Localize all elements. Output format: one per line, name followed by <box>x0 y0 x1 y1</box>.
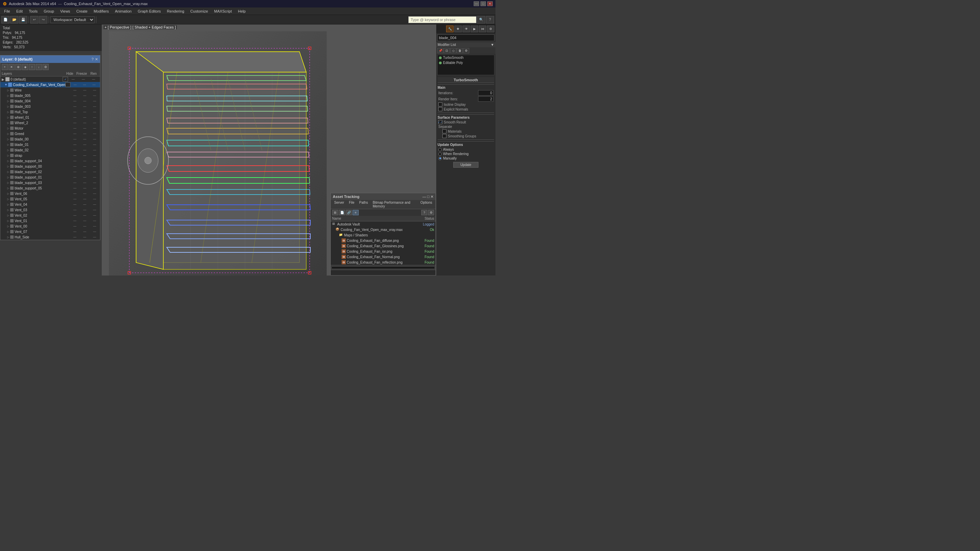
layer-item-hull-side[interactable]: ▷ Hull_Side — — — <box>0 234 100 240</box>
at-btn-3[interactable]: 🔗 <box>346 210 352 215</box>
menu-file[interactable]: File <box>2 8 13 14</box>
at-row-vault[interactable]: 🏛 Autodesk Vault Logged <box>331 221 436 227</box>
at-window-controls[interactable]: — □ ✕ <box>422 195 434 199</box>
at-btn-2[interactable]: 📄 <box>339 210 345 215</box>
layer-item-blade-00[interactable]: ▷ blade_00 — — — <box>0 137 100 142</box>
layer-item-blade-02[interactable]: ▷ blade_02 — — — <box>0 147 100 153</box>
layer-item-wire[interactable]: ▷ Wire — — — <box>0 87 100 93</box>
layer-panel-close[interactable]: ✕ <box>95 57 98 62</box>
layer-down-btn[interactable]: ↓ <box>36 64 42 70</box>
modifier-turbosmooth[interactable]: TurboSmooth <box>438 55 494 60</box>
toolbar-redo[interactable]: ↪ <box>39 16 47 24</box>
smooth-result-checkbox[interactable]: ✓ <box>438 120 442 124</box>
menu-animation[interactable]: Animation <box>112 8 134 14</box>
at-minimize[interactable]: — <box>422 195 426 199</box>
at-menu-file[interactable]: File <box>347 200 356 208</box>
search-input[interactable] <box>408 16 476 23</box>
layer-item-wheel-01[interactable]: ▷ wheel_01 — — — <box>0 114 100 120</box>
minimize-btn[interactable]: — <box>474 2 479 6</box>
menu-views[interactable]: Views <box>57 8 73 14</box>
layer-item-vent-04[interactable]: ▷ Vent_04 — — — <box>0 202 100 207</box>
layer-delete-btn[interactable]: ✕ <box>8 64 14 70</box>
smoothing-groups-checkbox[interactable] <box>442 134 447 138</box>
layer-add-obj-btn[interactable]: ⊕ <box>15 64 21 70</box>
at-help-btn[interactable]: ? <box>421 210 427 215</box>
menu-help[interactable]: Help <box>235 8 248 14</box>
maximize-btn[interactable]: □ <box>480 2 486 6</box>
at-menu-server[interactable]: Server <box>332 200 346 208</box>
layer-item-vent-07[interactable]: ▷ Vent_07 — — — <box>0 229 100 234</box>
window-controls[interactable]: — □ ✕ <box>474 2 493 6</box>
at-row-main-file[interactable]: 📦 Cooling_Fan_Vent_Open_max_vray.max Ok <box>331 227 436 232</box>
layer-item-blade-support-05[interactable]: ▷ blade_support_05 — — — <box>0 185 100 191</box>
at-row-glossines[interactable]: 🖼 Cooling_Exhaust_Fan_Glossines.png Foun… <box>331 243 436 249</box>
toolbar-open[interactable]: 📂 <box>10 16 18 24</box>
layer-item-vent-05[interactable]: ▷ Vent_05 — — — <box>0 196 100 202</box>
layer-sel-btn[interactable]: ◈ <box>22 64 28 70</box>
layer-item-blade-01[interactable]: ▷ blade_01 — — — <box>0 142 100 147</box>
explicit-normals-checkbox[interactable] <box>438 107 442 111</box>
toolbar-undo[interactable]: ↩ <box>30 16 38 24</box>
layer-item-wheel-2[interactable]: ▷ Wheel_2 — — — <box>0 120 100 125</box>
at-row-maps-folder[interactable]: 📁 Maps / Shaders <box>331 232 436 238</box>
at-row-normal[interactable]: 🖼 Cooling_Exhaust_Fan_Normal.png Found <box>331 254 436 259</box>
display-panel-btn[interactable]: 👁 <box>463 25 470 32</box>
layer-item-main-group[interactable]: ▼ Cooling_Exhaust_Fan_Vent_Open — — — <box>0 82 100 87</box>
object-name-input[interactable] <box>437 34 495 41</box>
iterations-input[interactable] <box>478 90 493 95</box>
menu-graph-editors[interactable]: Graph Editors <box>135 8 164 14</box>
layer-item-blade-support-02[interactable]: ▷ blade_support_02 — — — <box>0 169 100 175</box>
mod-remove-btn[interactable]: 🗑 <box>457 48 463 53</box>
at-btn-1[interactable]: ⊞ <box>332 210 338 215</box>
menu-modifiers[interactable]: Modifiers <box>91 8 111 14</box>
layer-item-vent-01[interactable]: ▷ Vent_01 — — — <box>0 218 100 224</box>
layer-options-btn[interactable]: ⚙ <box>43 64 49 70</box>
layer-item-blade-005[interactable]: ▷ blade_005 — — — <box>0 93 100 98</box>
layer-item-vent-06[interactable]: ▷ Vent_06 — — — <box>0 191 100 196</box>
mod-pin-btn[interactable]: 📌 <box>437 48 443 53</box>
search-btn[interactable]: 🔍 <box>477 16 485 24</box>
layer-item-strap[interactable]: ▷ strap — — — <box>0 153 100 158</box>
help-btn[interactable]: ? <box>486 16 494 24</box>
modifier-editable-poly[interactable]: Editable Poly <box>438 60 494 65</box>
at-row-ior[interactable]: 🖼 Cooling_Exhaust_Fan_ior.png Found <box>331 249 436 254</box>
at-row-diffuse[interactable]: 🖼 Cooling_Exhaust_Fan_diffuse.png Found <box>331 238 436 243</box>
render-iters-input[interactable] <box>478 96 493 102</box>
layer-item-blade-support-00[interactable]: ▷ blade_support_00 — — — <box>0 164 100 169</box>
utilities-panel-btn[interactable]: ⚙ <box>487 25 495 32</box>
motion-panel-btn[interactable]: ▶ <box>471 25 478 32</box>
layer-new-btn[interactable]: + <box>2 64 8 70</box>
materials-checkbox[interactable] <box>442 129 447 133</box>
at-extra-btn[interactable]: ⚙ <box>428 210 434 215</box>
toolbar-save[interactable]: 💾 <box>19 16 27 24</box>
layer-item-vent-03[interactable]: ▷ Vent_03 — — — <box>0 207 100 213</box>
layer-item-blade-003[interactable]: ▷ blade_003 — — — <box>0 104 100 109</box>
layer-up-btn[interactable]: ↑ <box>29 64 35 70</box>
menu-create[interactable]: Create <box>73 8 90 14</box>
hierarchy-panel-btn[interactable]: ⋈ <box>479 25 486 32</box>
layer-item-blade-004[interactable]: ▷ blade_004 — — — <box>0 98 100 104</box>
workspace-selector[interactable]: Workspace: Default <box>50 16 95 23</box>
layer-item-blade-support-01[interactable]: ▷ blade_support_01 — — — <box>0 175 100 180</box>
close-btn[interactable]: ✕ <box>487 2 493 6</box>
at-menu-paths[interactable]: Paths <box>357 200 370 208</box>
at-row-reflection[interactable]: 🖼 Cooling_Exhaust_Fan_reflection.png Fou… <box>331 259 436 265</box>
modify-panel-btn[interactable]: 🔧 <box>446 25 453 32</box>
layer-item-greed[interactable]: ▷ Greed — — — <box>0 131 100 137</box>
at-scroll-track[interactable] <box>331 266 435 269</box>
default-check[interactable]: ✓ <box>63 77 68 82</box>
toolbar-new[interactable]: 📄 <box>2 16 10 24</box>
menu-maxscript[interactable]: MAXScript <box>211 8 234 14</box>
at-menu-options[interactable]: Options <box>418 200 434 208</box>
create-panel-btn[interactable]: ✚ <box>454 25 462 32</box>
modifier-list-dropdown-arrow[interactable]: ▼ <box>491 43 494 47</box>
layer-item-hull-top[interactable]: ▷ Hull_Top — — — <box>0 109 100 114</box>
at-btn-4[interactable]: ≡ <box>353 210 359 215</box>
mod-make-unique-btn[interactable]: ◇ <box>450 48 456 53</box>
at-close[interactable]: ✕ <box>430 195 434 199</box>
layer-panel-help[interactable]: ? <box>92 57 94 62</box>
asset-tracking-scrollbar[interactable] <box>331 265 436 270</box>
menu-tools[interactable]: Tools <box>26 8 40 14</box>
manually-radio[interactable] <box>438 157 442 160</box>
menu-edit[interactable]: Edit <box>14 8 25 14</box>
